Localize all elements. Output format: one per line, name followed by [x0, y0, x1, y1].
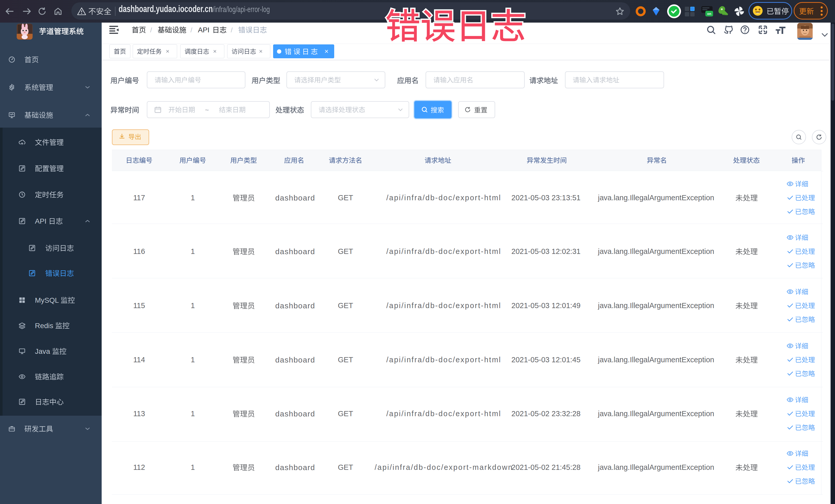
svg-text:on: on — [707, 12, 711, 16]
